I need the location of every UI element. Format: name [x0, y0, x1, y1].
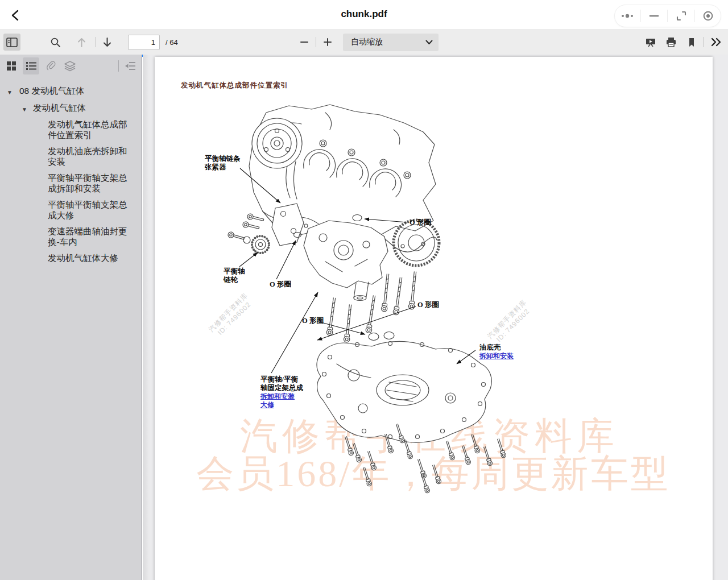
zoom-in-button[interactable] — [319, 34, 336, 51]
sidebar-divider — [118, 60, 119, 72]
more-dots-icon — [621, 13, 634, 19]
outline-item-label: 发动机气缸体 — [33, 103, 86, 113]
previous-page-button[interactable] — [73, 34, 90, 51]
outline-item[interactable]: 平衡轴平衡轴支架总成大修 — [0, 199, 138, 221]
toolbar-divider — [316, 37, 316, 47]
outline-expand-toggle[interactable]: ▼ — [7, 87, 13, 98]
record-button[interactable] — [697, 9, 719, 23]
expand-icon — [676, 10, 687, 22]
outline-item-label: 08 发动机气缸体 — [19, 86, 85, 96]
pdf-toolbar: / 64 自动缩放 — [0, 30, 728, 55]
zoom-level-value: 自动缩放 — [351, 37, 425, 47]
print-icon — [665, 37, 677, 48]
outline-item[interactable]: 发动机气缸体总成部件位置索引 — [0, 119, 138, 140]
callout-sprocket: 平衡轴 链轮 — [224, 267, 245, 284]
thumbnails-view-button[interactable] — [3, 57, 19, 74]
toolbar-divider — [704, 37, 704, 47]
outline-item-label: 发动机气缸体总成部件位置索引 — [48, 119, 134, 140]
print-button[interactable] — [663, 34, 680, 51]
housing-removal-link[interactable]: 拆卸和安装 — [260, 392, 303, 401]
outline-item[interactable]: 发动机油底壳拆卸和安装 — [0, 146, 138, 167]
sidebar-toggle-button[interactable] — [3, 34, 20, 51]
bookmark-button[interactable] — [683, 34, 700, 51]
outline-item-label: 平衡轴平衡轴支架总成大修 — [48, 199, 134, 221]
more-tools-button[interactable] — [708, 34, 725, 51]
current-outline-item-icon — [125, 61, 136, 71]
layers-icon — [64, 61, 76, 72]
arrow-down-icon — [102, 37, 112, 48]
outline-item[interactable]: 变速器端曲轴油封更换-车内 — [0, 226, 138, 247]
bookmark-icon — [687, 37, 696, 48]
capsule-divider — [640, 10, 641, 22]
more-options-button[interactable] — [616, 9, 639, 23]
minimize-icon — [649, 14, 659, 18]
outline-item-label: 发动机气缸体大修 — [48, 252, 118, 263]
presentation-icon — [645, 37, 656, 48]
capsule-divider — [667, 10, 668, 22]
oil-pan-removal-link[interactable]: 拆卸和安装 — [479, 352, 514, 361]
layers-view-button[interactable] — [62, 57, 78, 74]
page-number-input[interactable] — [128, 35, 160, 50]
plus-icon — [323, 38, 332, 47]
presentation-mode-button[interactable] — [642, 34, 659, 51]
expand-button[interactable] — [670, 9, 693, 23]
arrow-up-icon — [77, 37, 86, 48]
sidebar-shadow — [143, 55, 150, 580]
outline-item[interactable]: ▼ 08 发动机气缸体 — [0, 85, 138, 96]
pdf-page: 汽修帮手资料库 ID: 7496002 汽修帮手资料库 ID: 7496002 … — [155, 57, 713, 580]
outline-expand-toggle[interactable]: ▼ — [22, 104, 27, 115]
callout-balance-shaft-housing: 平衡轴/平衡 轴固定架总成 拆卸和安装 大修 — [260, 375, 303, 409]
paperclip-icon — [45, 60, 56, 72]
attachments-view-button[interactable] — [43, 57, 59, 74]
sidebar-toggle-icon — [6, 38, 18, 47]
chevron-down-icon — [425, 40, 433, 45]
record-icon — [702, 10, 714, 22]
outline-tree: ▼ 08 发动机气缸体 ▼ 发动机气缸体 发动机气缸体总成部件位置索引 发动机油… — [0, 77, 142, 263]
toolbar-divider — [96, 37, 96, 47]
minus-icon — [300, 38, 309, 47]
pdf-viewer-app: chunk.pdf — [0, 0, 728, 580]
zoom-level-select[interactable]: 自动缩放 — [343, 34, 439, 51]
toolbar-right-group — [642, 30, 725, 55]
callout-oil-pan: 油底壳 拆卸和安装 — [479, 343, 514, 361]
window-controls — [614, 5, 721, 27]
callout-oring: O 形圈 — [270, 280, 291, 289]
outline-item[interactable]: ▼ 发动机气缸体 — [0, 102, 138, 113]
outline-item-label: 变速器端曲轴油封更换-车内 — [48, 226, 134, 247]
sidebar: ▼ 08 发动机气缸体 ▼ 发动机气缸体 发动机气缸体总成部件位置索引 发动机油… — [0, 55, 142, 580]
zoom-out-button[interactable] — [296, 34, 313, 51]
outline-list-icon — [26, 61, 37, 71]
minimize-button[interactable] — [643, 9, 665, 23]
outline-view-button[interactable] — [23, 57, 39, 74]
next-page-button[interactable] — [98, 34, 115, 51]
housing-overhaul-link[interactable]: 大修 — [260, 401, 303, 409]
engine-exploded-diagram — [155, 57, 713, 569]
outline-item-label: 发动机油底壳拆卸和安装 — [48, 146, 134, 167]
sidebar-view-switcher — [0, 55, 142, 77]
capsule-divider — [694, 10, 695, 22]
callout-oring: O 形圈 — [410, 218, 431, 227]
callout-oring: O 形圈 — [417, 301, 439, 309]
outline-item-label: 平衡轴平衡轴支架总成拆卸和安装 — [48, 172, 134, 194]
thumbnails-icon — [6, 61, 16, 71]
callout-tensioner: 平衡轴链条 张紧器 — [205, 155, 241, 172]
outline-item[interactable]: 发动机气缸体大修 — [0, 252, 138, 263]
toolbar-left-group: / 64 — [0, 30, 178, 55]
viewer-container[interactable]: 汽修帮手资料库 ID: 7496002 汽修帮手资料库 ID: 7496002 … — [143, 55, 728, 580]
scroll-to-current-outline-button[interactable] — [122, 57, 138, 74]
page-count-label: / 64 — [166, 38, 178, 47]
callout-oring: O 形圈 — [302, 317, 324, 325]
outline-item[interactable]: 平衡轴平衡轴支架总成拆卸和安装 — [0, 172, 138, 194]
search-icon — [50, 37, 61, 48]
search-button[interactable] — [47, 34, 64, 51]
toolbar-zoom-group: 自动缩放 — [296, 30, 439, 55]
double-chevron-right-icon — [710, 38, 722, 47]
titlebar: chunk.pdf — [0, 0, 728, 30]
